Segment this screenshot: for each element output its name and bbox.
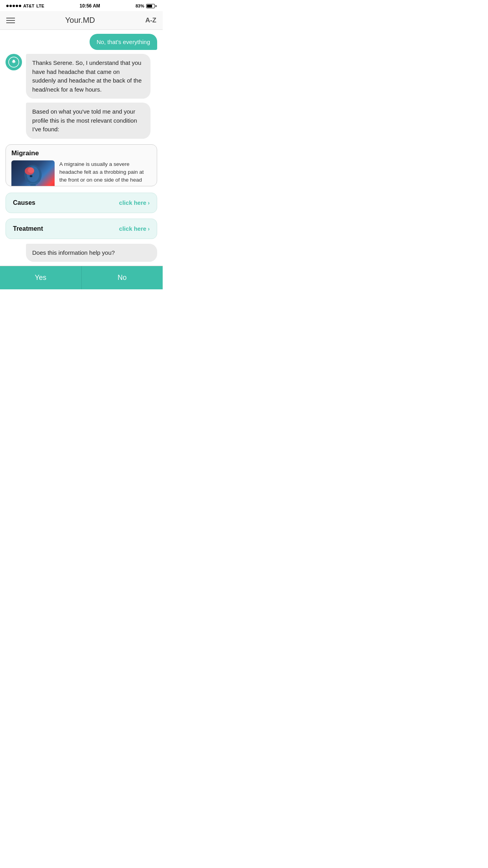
causes-button[interactable]: Causes click here › <box>6 193 157 213</box>
battery-percent: 83% <box>136 4 144 8</box>
app-title: Your.MD <box>65 16 95 25</box>
causes-click-here: click here › <box>119 199 150 206</box>
network-label: LTE <box>37 4 44 8</box>
hamburger-menu-icon[interactable] <box>6 18 15 23</box>
bot-message-1: Thanks Serene. So, I understand that you… <box>26 54 150 99</box>
signal-dots <box>6 5 21 7</box>
bot-message-row-1: Thanks Serene. So, I understand that you… <box>6 54 157 99</box>
svg-point-6 <box>28 167 34 173</box>
svg-point-1 <box>13 60 15 62</box>
chat-area: No, that's everything Thanks Serene. So,… <box>0 30 163 266</box>
condition-image <box>11 160 55 186</box>
no-button[interactable]: No <box>82 266 163 289</box>
treatment-label: Treatment <box>13 225 43 232</box>
time-label: 10:56 AM <box>80 3 100 9</box>
svg-point-8 <box>30 175 32 177</box>
carrier-label: AT&T <box>23 4 35 8</box>
user-message: No, that's everything <box>90 34 157 50</box>
az-button[interactable]: A-Z <box>145 17 156 24</box>
help-message: Does this information help you? <box>26 244 157 262</box>
condition-name: Migraine <box>6 145 157 160</box>
treatment-chevron-icon: › <box>148 226 150 232</box>
yes-button[interactable]: Yes <box>0 266 82 289</box>
treatment-click-here: click here › <box>119 225 150 232</box>
causes-chevron-icon: › <box>148 200 150 206</box>
status-left: AT&T LTE <box>6 4 44 8</box>
causes-label: Causes <box>13 199 35 206</box>
nav-bar: Your.MD A-Z <box>0 11 163 30</box>
bottom-buttons: Yes No <box>0 266 163 289</box>
treatment-button[interactable]: Treatment click here › <box>6 219 157 239</box>
bot-message-2: Based on what you've told me and your pr… <box>26 103 150 139</box>
status-right: 83% <box>136 4 156 8</box>
bot-avatar <box>6 54 22 70</box>
condition-card: Migraine <box>6 144 157 186</box>
condition-description: A migraine is usually a severe headache … <box>59 160 151 186</box>
condition-body: A migraine is usually a severe headache … <box>6 160 157 186</box>
status-bar: AT&T LTE 10:56 AM 83% <box>0 0 163 11</box>
battery-icon <box>146 4 156 8</box>
svg-rect-3 <box>30 184 36 186</box>
